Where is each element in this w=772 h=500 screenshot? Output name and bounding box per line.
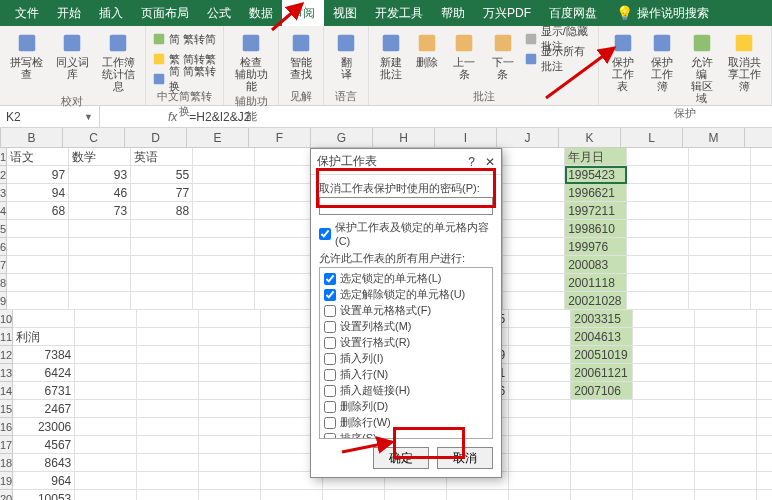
protect-structure-check[interactable]: 保护工作表及锁定的单元格内容(C) [319, 220, 493, 247]
cell[interactable] [69, 220, 131, 238]
col-header-N[interactable]: N [745, 128, 772, 147]
cell[interactable] [193, 274, 255, 292]
cell[interactable] [193, 166, 255, 184]
cell[interactable] [137, 382, 199, 400]
cell[interactable] [69, 238, 131, 256]
cell[interactable] [75, 490, 137, 500]
cell[interactable] [689, 166, 751, 184]
ribbon-btn[interactable]: 简 繁转简 [152, 30, 218, 48]
permissions-list[interactable]: 选定锁定的单元格(L)选定解除锁定的单元格(U)设置单元格格式(F)设置列格式(… [319, 267, 493, 439]
close-icon[interactable]: ✕ [485, 155, 495, 169]
cell[interactable] [751, 202, 772, 220]
col-header-I[interactable]: I [435, 128, 497, 147]
row-header[interactable]: 9 [0, 292, 7, 310]
cell[interactable]: 1997211 [565, 202, 627, 220]
cell[interactable] [695, 346, 757, 364]
cell[interactable]: 2003315 [571, 310, 633, 328]
cell[interactable]: 77 [131, 184, 193, 202]
cell[interactable] [633, 418, 695, 436]
col-header-C[interactable]: C [63, 128, 125, 147]
col-header-G[interactable]: G [311, 128, 373, 147]
cell[interactable] [509, 346, 571, 364]
permission-checkbox[interactable] [324, 385, 336, 397]
cell[interactable]: 20021028 [565, 292, 627, 310]
cell[interactable] [7, 220, 69, 238]
cell[interactable]: 8643 [13, 454, 75, 472]
cell[interactable] [131, 274, 193, 292]
cell[interactable] [199, 436, 261, 454]
cell[interactable] [571, 454, 633, 472]
permission-item[interactable]: 设置行格式(R) [324, 335, 488, 350]
cell[interactable] [131, 256, 193, 274]
row-header[interactable]: 10 [0, 310, 13, 328]
cell[interactable]: 94 [7, 184, 69, 202]
cell[interactable] [757, 400, 772, 418]
cell[interactable] [255, 220, 317, 238]
ribbon-btn[interactable]: 保护工作簿 [645, 30, 681, 94]
cell[interactable] [695, 418, 757, 436]
cell[interactable] [509, 472, 571, 490]
cell[interactable]: 200083 [565, 256, 627, 274]
cell[interactable] [627, 220, 689, 238]
cell[interactable] [757, 328, 772, 346]
row-header[interactable]: 14 [0, 382, 13, 400]
cell[interactable] [509, 310, 571, 328]
cell[interactable] [757, 346, 772, 364]
permission-item[interactable]: 插入列(I) [324, 351, 488, 366]
tab-审阅[interactable]: 审阅 [282, 0, 324, 26]
cell[interactable] [689, 292, 751, 310]
cell[interactable] [751, 256, 772, 274]
tab-百度网盘[interactable]: 百度网盘 [540, 0, 606, 26]
col-header-K[interactable]: K [559, 128, 621, 147]
ribbon-btn[interactable]: 检查辅助功能 [230, 30, 272, 94]
row-header[interactable]: 3 [0, 184, 7, 202]
col-header-M[interactable]: M [683, 128, 745, 147]
cell[interactable]: 6424 [13, 364, 75, 382]
cancel-button[interactable]: 取消 [437, 447, 493, 469]
ok-button[interactable]: 确定 [373, 447, 429, 469]
ribbon-btn[interactable]: 新建批注 [375, 30, 407, 82]
cell[interactable] [199, 364, 261, 382]
cell[interactable]: 2004613 [571, 328, 633, 346]
cell[interactable] [75, 328, 137, 346]
cell[interactable] [199, 310, 261, 328]
cell[interactable] [137, 328, 199, 346]
cell[interactable]: 68 [7, 202, 69, 220]
protect-structure-checkbox[interactable] [319, 228, 331, 240]
help-icon[interactable]: ? [468, 155, 475, 169]
ribbon-btn[interactable]: 保护工作表 [605, 30, 641, 94]
dialog-titlebar[interactable]: 保护工作表 ? ✕ [311, 149, 501, 175]
fx-icon[interactable]: fx [160, 110, 185, 124]
cell[interactable] [131, 220, 193, 238]
cell[interactable] [509, 436, 571, 454]
cell[interactable] [571, 436, 633, 454]
cell[interactable]: 利润 [13, 328, 75, 346]
cell[interactable] [447, 490, 509, 500]
row-header[interactable]: 1 [0, 148, 7, 166]
cell[interactable] [193, 220, 255, 238]
cell[interactable] [757, 382, 772, 400]
cell[interactable]: 1995423 [565, 166, 627, 184]
cell[interactable] [695, 364, 757, 382]
cell[interactable] [193, 202, 255, 220]
cell[interactable] [689, 274, 751, 292]
ribbon-btn[interactable]: 智能查找 [285, 30, 317, 82]
cell[interactable] [7, 292, 69, 310]
cell[interactable] [193, 292, 255, 310]
cell[interactable]: 23006 [13, 418, 75, 436]
ribbon-btn[interactable]: 允许编辑区域 [684, 30, 720, 106]
cell[interactable] [509, 400, 571, 418]
cell[interactable] [695, 436, 757, 454]
cell[interactable]: 2467 [13, 400, 75, 418]
row-header[interactable]: 6 [0, 238, 7, 256]
permission-checkbox[interactable] [324, 305, 336, 317]
row-header[interactable]: 4 [0, 202, 7, 220]
cell[interactable] [627, 238, 689, 256]
cell[interactable] [509, 328, 571, 346]
cell[interactable] [571, 490, 633, 500]
cell[interactable] [689, 220, 751, 238]
cell[interactable] [503, 256, 565, 274]
col-header-L[interactable]: L [621, 128, 683, 147]
cell[interactable] [509, 454, 571, 472]
permission-item[interactable]: 设置列格式(M) [324, 319, 488, 334]
